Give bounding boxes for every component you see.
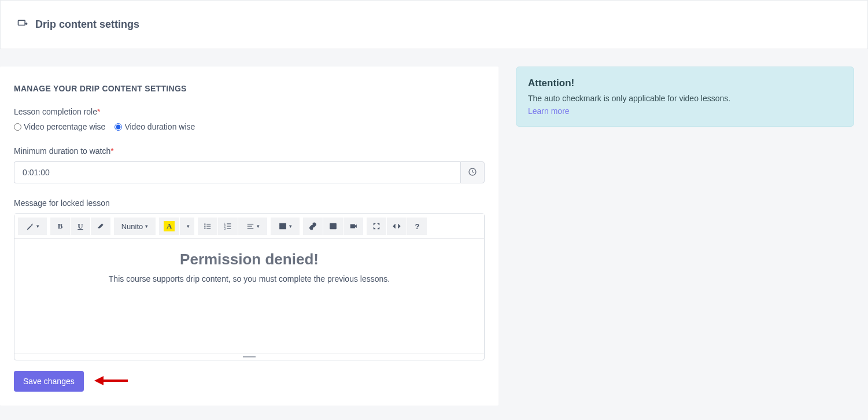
radio-percentage-input[interactable] xyxy=(14,123,21,131)
link-button[interactable] xyxy=(303,218,323,235)
svg-text:3: 3 xyxy=(224,227,226,230)
paragraph-button[interactable]: ▾ xyxy=(238,218,267,235)
radio-duration-wise[interactable]: Video duration wise xyxy=(114,122,195,131)
magic-button[interactable]: ▾ xyxy=(18,218,47,235)
svg-rect-17 xyxy=(280,223,286,229)
svg-point-6 xyxy=(205,227,206,229)
help-button[interactable]: ? xyxy=(407,218,427,235)
clock-icon xyxy=(468,167,477,178)
page-header: Drip content settings xyxy=(0,0,868,49)
editor-paragraph: This course supports drip content, so yo… xyxy=(26,274,472,283)
svg-rect-9 xyxy=(227,223,231,224)
annotation-arrow-icon xyxy=(94,374,129,389)
eraser-button[interactable] xyxy=(91,218,110,235)
section-title: MANAGE YOUR DRIP CONTENT SETTINGS xyxy=(14,84,485,93)
editor-content-area[interactable]: Permission denied! This course supports … xyxy=(14,239,484,353)
alert-text: The auto checkmark is only applicable fo… xyxy=(528,94,842,103)
radio-percentage-wise[interactable]: Video percentage wise xyxy=(14,122,105,131)
save-button[interactable]: Save changes xyxy=(14,371,84,392)
editor-resize-handle[interactable] xyxy=(14,353,484,360)
font-color-caret[interactable]: ▾ xyxy=(180,218,194,235)
svg-point-2 xyxy=(205,223,206,224)
rich-text-editor: ▾ B U Nunito▾ A ▾ xyxy=(14,213,485,360)
learn-more-link[interactable]: Learn more xyxy=(528,106,570,116)
settings-panel: MANAGE YOUR DRIP CONTENT SETTINGS Lesson… xyxy=(0,67,498,406)
font-family-button[interactable]: Nunito▾ xyxy=(114,218,156,235)
svg-rect-11 xyxy=(227,226,231,226)
svg-rect-13 xyxy=(227,229,231,229)
bold-button[interactable]: B xyxy=(50,218,70,235)
underline-button[interactable]: U xyxy=(71,218,90,235)
page-title: Drip content settings xyxy=(35,19,139,31)
svg-rect-0 xyxy=(19,20,25,25)
ordered-list-button[interactable]: 123 xyxy=(218,218,238,235)
attention-alert: Attention! The auto checkmark is only ap… xyxy=(516,67,854,127)
editor-heading: Permission denied! xyxy=(26,250,472,268)
svg-rect-5 xyxy=(207,226,211,226)
alert-title: Attention! xyxy=(528,78,842,89)
svg-marker-26 xyxy=(94,376,104,385)
svg-rect-3 xyxy=(207,224,211,224)
locked-message-label: Message for locked lesson xyxy=(14,198,485,208)
font-color-button[interactable]: A xyxy=(159,218,179,235)
editor-toolbar: ▾ B U Nunito▾ A ▾ xyxy=(14,214,484,239)
svg-rect-14 xyxy=(248,224,254,224)
svg-point-4 xyxy=(205,226,206,227)
fullscreen-button[interactable] xyxy=(367,218,386,235)
svg-rect-7 xyxy=(207,228,211,229)
image-button[interactable] xyxy=(323,218,343,235)
clock-addon[interactable] xyxy=(460,161,485,183)
min-duration-input[interactable] xyxy=(14,161,460,183)
code-view-button[interactable] xyxy=(387,218,407,235)
svg-rect-24 xyxy=(350,224,355,229)
unordered-list-button[interactable] xyxy=(198,218,217,235)
min-duration-label: Minimum duration to watch* xyxy=(14,146,485,156)
drip-content-icon xyxy=(17,18,28,31)
table-button[interactable]: ▾ xyxy=(271,218,300,235)
video-button[interactable] xyxy=(343,218,363,235)
svg-rect-15 xyxy=(248,226,252,226)
lesson-role-label: Lesson completion role* xyxy=(14,107,485,116)
radio-duration-input[interactable] xyxy=(114,123,122,131)
svg-rect-16 xyxy=(248,228,254,229)
